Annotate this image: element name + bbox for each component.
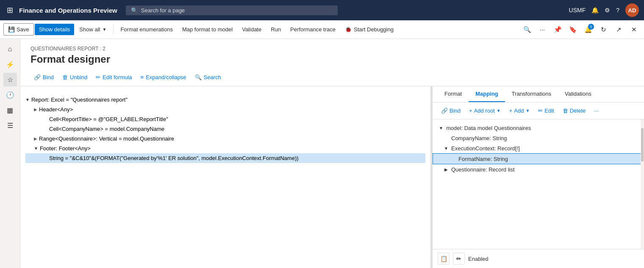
validate-button[interactable]: Validate: [238, 24, 266, 35]
performance-trace-button[interactable]: Performance trace: [286, 24, 340, 35]
trash-icon: 🗑: [563, 108, 568, 114]
edit-status-button[interactable]: ✏: [453, 253, 465, 265]
bind-button[interactable]: 🔗 Bind: [31, 72, 57, 83]
sidebar-clock-icon[interactable]: 🕐: [3, 88, 17, 102]
bookmark-button[interactable]: 🔖: [566, 23, 580, 36]
top-nav: ⊞ Finance and Operations Preview 🔍 Searc…: [0, 0, 644, 20]
close-button[interactable]: ✕: [627, 23, 641, 36]
company-label: USMF: [569, 7, 586, 14]
pin-button[interactable]: 📌: [551, 23, 564, 36]
model-tree: ▼ model: Data model Questionnaires Compa…: [433, 119, 644, 178]
tab-transformations[interactable]: Transformations: [505, 86, 558, 102]
search-placeholder: Search for a page: [141, 7, 185, 14]
more-button[interactable]: ···: [591, 106, 602, 116]
tree-item[interactable]: ▼ model: Data model Questionnaires: [433, 123, 644, 133]
list-item[interactable]: Cell<ReportTitle> = @"GER_LABEL:ReportTi…: [25, 114, 425, 124]
sidebar-grid-icon[interactable]: ▦: [3, 103, 17, 117]
toolbar-right-actions: 🔍 ··· 📌 🔖 🔔 0 ↻ ↗ ✕: [520, 23, 641, 36]
sidebar-filter-icon[interactable]: ⚡: [3, 58, 17, 71]
right-bind-label: Bind: [450, 108, 461, 114]
spacer: [443, 135, 450, 141]
right-bind-button[interactable]: 🔗 Bind: [438, 106, 464, 116]
show-all-button[interactable]: Show all ▼: [75, 24, 111, 35]
add-label: Add: [514, 108, 524, 114]
map-format-to-model-button[interactable]: Map format to model: [178, 24, 237, 35]
help-icon[interactable]: ?: [616, 7, 619, 14]
page-header: QUESTIONNAIRES REPORT : 2 Format designe…: [20, 39, 644, 69]
notification-icon[interactable]: 🔔: [591, 7, 599, 14]
page-title: Format designer: [31, 53, 634, 65]
more-options-button[interactable]: ···: [536, 23, 549, 36]
settings-icon[interactable]: ⚙: [605, 7, 610, 14]
left-panel: ▼ Report: Excel = "Questionnaires report…: [20, 86, 430, 268]
unbind-button[interactable]: 🗑 Unbind: [59, 72, 91, 83]
tree-item[interactable]: FormatName: String: [433, 153, 644, 164]
format-enumerations-label: Format enumerations: [120, 26, 173, 33]
right-panel-toolbar: 🔗 Bind + Add root ▼ + Add ▼ ✏: [433, 102, 644, 119]
sidebar-star-icon[interactable]: ☆: [3, 73, 17, 86]
pencil-icon: ✏: [538, 108, 543, 114]
sidebar-list-icon[interactable]: ☰: [3, 119, 17, 132]
plus-icon: +: [509, 108, 513, 114]
add-button[interactable]: + Add ▼: [506, 106, 533, 116]
format-enumerations-button[interactable]: Format enumerations: [116, 24, 177, 35]
list-item[interactable]: ▼ Report: Excel = "Questionnaires report…: [25, 95, 425, 105]
sidebar-home-icon[interactable]: ⌂: [3, 42, 17, 56]
list-item[interactable]: ▶ Range<Questionnaire>: Vertical = model…: [25, 134, 425, 144]
start-debugging-button[interactable]: 🐞 Start Debugging: [341, 24, 398, 35]
tree-item[interactable]: CompanyName: String: [433, 133, 644, 143]
left-sidebar: ⌂ ⚡ ☆ 🕐 ▦ ☰: [0, 39, 20, 268]
trash-icon: 🗑: [62, 74, 68, 80]
avatar[interactable]: AD: [625, 3, 639, 17]
toolbar: 💾 Save Show details Show all ▼ Format en…: [0, 20, 644, 39]
edit-formula-label: Edit formula: [103, 74, 132, 80]
link-icon: 🔗: [34, 74, 41, 80]
refresh-button[interactable]: ↻: [597, 23, 610, 36]
scroll-thumb[interactable]: [641, 128, 644, 162]
save-button[interactable]: 💾 Save: [3, 23, 34, 36]
notification-badge: 0: [588, 24, 594, 30]
open-new-button[interactable]: ↗: [612, 23, 625, 36]
edit-button[interactable]: ✏ Edit: [535, 106, 557, 116]
spacer: [450, 155, 457, 162]
search-action-label: Search: [204, 74, 221, 80]
global-search[interactable]: 🔍 Search for a page: [126, 6, 338, 15]
start-debugging-label: Start Debugging: [354, 26, 394, 33]
copy-icon-button[interactable]: 📋: [438, 253, 450, 265]
edit-formula-button[interactable]: ✏ Edit formula: [92, 72, 135, 83]
list-item[interactable]: ▶ Header<Any>: [25, 105, 425, 114]
format-item-label: Range<Questionnaire>: Vertical = model.Q…: [39, 135, 174, 142]
app-title: Finance and Operations Preview: [19, 7, 117, 14]
list-item[interactable]: String = "&C&10"&(FORMAT("Generated by'%…: [25, 153, 425, 163]
plus-icon: +: [469, 108, 472, 114]
top-nav-right: USMF 🔔 ⚙ ? AD: [569, 3, 639, 17]
show-details-button[interactable]: Show details: [35, 24, 75, 35]
delete-label: Delete: [570, 108, 586, 114]
expand-icon: ▶: [34, 136, 37, 141]
search-action-button[interactable]: 🔍 Search: [192, 72, 225, 83]
format-item-label: Cell<ReportTitle> = @"GER_LABEL:ReportTi…: [49, 116, 168, 122]
add-root-button[interactable]: + Add root ▼: [466, 106, 504, 116]
tree-item-label: Questionnaire: Record list: [451, 166, 515, 173]
collapse-icon: ▼: [34, 146, 38, 151]
tab-validations[interactable]: Validations: [558, 86, 598, 102]
expand-collapse-button[interactable]: ≡ Expand/collapse: [137, 72, 190, 83]
list-item[interactable]: ▼ Footer: Footer<Any>: [25, 144, 425, 153]
run-button[interactable]: Run: [266, 24, 285, 35]
list-item[interactable]: Cell<CompanyName> = model.CompanyName: [25, 124, 425, 134]
notifications-button[interactable]: 🔔 0: [581, 23, 595, 36]
model-tree-scroll[interactable]: ▼ model: Data model Questionnaires Compa…: [433, 119, 644, 249]
right-panel-bottom: 📋 ✏ Enabled: [433, 249, 644, 268]
unbind-label: Unbind: [70, 74, 87, 80]
delete-button[interactable]: 🗑 Delete: [559, 106, 589, 116]
search-toolbar-button[interactable]: 🔍: [520, 23, 534, 36]
format-item-label: Cell<CompanyName> = model.CompanyName: [49, 126, 164, 132]
link-icon: 🔗: [441, 108, 448, 114]
tab-mapping[interactable]: Mapping: [469, 86, 505, 102]
grid-icon[interactable]: ⊞: [5, 4, 15, 17]
status-enabled: Enabled: [468, 256, 489, 262]
tree-item[interactable]: ▼ ExecutionContext: Record[!]: [433, 143, 644, 153]
scroll-track[interactable]: [641, 119, 644, 249]
tree-item[interactable]: ▶ Questionnaire: Record list: [433, 164, 644, 174]
tab-format[interactable]: Format: [438, 86, 469, 102]
